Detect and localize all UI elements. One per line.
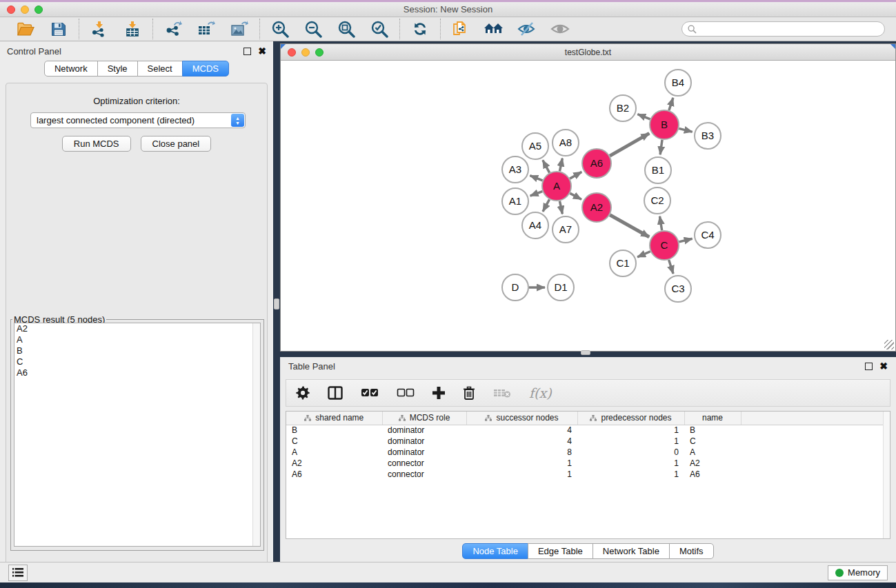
graph-node-A4[interactable]: A4 <box>522 212 548 239</box>
run-mcds-button[interactable]: Run MCDS <box>62 136 131 152</box>
table-cell[interactable]: B <box>684 425 741 436</box>
graph-node-B1[interactable]: B1 <box>645 157 671 183</box>
horizontal-split-handle[interactable] <box>581 350 590 355</box>
import-table-icon[interactable] <box>122 20 143 38</box>
graph-node-A3[interactable]: A3 <box>502 156 528 183</box>
zoom-selected-icon[interactable] <box>369 20 390 38</box>
resize-corner-icon[interactable] <box>281 44 286 49</box>
graph-edge[interactable] <box>679 239 692 242</box>
table-scrollbar[interactable] <box>883 412 890 538</box>
column-header-name[interactable]: name <box>684 412 741 425</box>
open-file-icon[interactable] <box>15 20 36 38</box>
table-row[interactable]: Cdominator41C <box>286 436 884 447</box>
graph-node-C[interactable]: C <box>650 231 679 260</box>
table-cell[interactable]: 1 <box>466 469 577 480</box>
table-cell[interactable]: dominator <box>382 436 466 447</box>
graph-node-C3[interactable]: C3 <box>665 276 691 302</box>
table-cell[interactable]: A <box>684 447 741 458</box>
graph-node-C1[interactable]: C1 <box>610 250 636 276</box>
mcds-result-item[interactable]: A6 <box>14 367 260 378</box>
tab-network[interactable]: Network <box>44 61 98 77</box>
vertical-split-handle[interactable] <box>274 298 279 310</box>
refresh-icon[interactable] <box>410 20 430 38</box>
graph-edge[interactable] <box>637 252 650 257</box>
table-cell[interactable]: C <box>286 436 382 447</box>
search-box[interactable] <box>681 21 885 37</box>
mcds-result-item[interactable]: A2 <box>14 323 260 334</box>
deselect-all-columns-icon[interactable] <box>397 388 415 398</box>
graph-edge[interactable] <box>660 140 662 154</box>
mcds-result-item[interactable]: B <box>14 345 260 356</box>
graph-node-A1[interactable]: A1 <box>502 188 528 214</box>
table-cell[interactable]: dominator <box>382 447 466 458</box>
create-column-plus-icon[interactable] <box>432 387 445 399</box>
float-table-panel-icon[interactable] <box>865 363 873 370</box>
zoom-in-icon[interactable] <box>270 20 290 38</box>
table-cell[interactable]: 4 <box>466 425 577 436</box>
table-row[interactable]: A6connector11A6 <box>286 469 884 480</box>
hide-network-eye-icon[interactable] <box>517 20 537 38</box>
graph-node-B2[interactable]: B2 <box>610 95 636 121</box>
table-row[interactable]: Adominator80A <box>286 447 884 458</box>
graph-edge[interactable] <box>530 176 542 181</box>
table-cell[interactable]: C <box>684 436 741 447</box>
resize-corner-icon[interactable] <box>890 44 895 49</box>
tab-mcds[interactable]: MCDS <box>182 61 229 77</box>
resize-grip-icon[interactable] <box>884 340 894 349</box>
graph-edge[interactable] <box>543 160 550 172</box>
table-cell[interactable]: 1 <box>577 436 684 447</box>
column-header-predecessor-nodes[interactable]: predecessor nodes <box>577 412 684 425</box>
save-session-icon[interactable] <box>48 20 69 38</box>
search-input[interactable] <box>700 24 879 34</box>
column-header-successor-nodes[interactable]: successor nodes <box>466 412 577 425</box>
graph-node-A7[interactable]: A7 <box>552 216 579 243</box>
close-panel-button[interactable]: Close panel <box>141 136 212 152</box>
graph-node-C2[interactable]: C2 <box>644 187 670 214</box>
table-cell[interactable]: B <box>286 425 382 436</box>
network-window-titlebar[interactable]: testGlobe.txt <box>281 44 895 61</box>
table-cell[interactable]: 4 <box>466 436 577 447</box>
graph-node-D[interactable]: D <box>502 274 528 301</box>
close-table-panel-icon[interactable]: ✖ <box>879 363 888 370</box>
column-header-MCDS-role[interactable]: MCDS role <box>382 412 466 425</box>
graph-node-A2[interactable]: A2 <box>582 193 611 222</box>
column-header-shared-name[interactable]: shared name <box>286 412 382 425</box>
table-settings-gear-icon[interactable] <box>296 386 310 400</box>
tab-node-table[interactable]: Node Table <box>462 543 528 559</box>
graph-node-B3[interactable]: B3 <box>695 123 721 149</box>
graph-edge[interactable] <box>570 172 581 179</box>
export-table-icon[interactable] <box>196 20 217 38</box>
graph-node-A6[interactable]: A6 <box>582 149 611 178</box>
table-cell[interactable]: A2 <box>286 458 382 469</box>
delete-column-trash-icon[interactable] <box>463 386 475 400</box>
graph-node-A8[interactable]: A8 <box>552 130 579 156</box>
graph-node-D1[interactable]: D1 <box>548 274 574 301</box>
graph-edge[interactable] <box>570 193 581 199</box>
graph-node-B[interactable]: B <box>650 110 679 139</box>
table-cell[interactable]: 0 <box>577 447 684 458</box>
mcds-result-item[interactable]: C <box>14 356 260 367</box>
show-panels-list-icon[interactable] <box>8 565 28 581</box>
graph-edge[interactable] <box>610 133 649 156</box>
table-row[interactable]: A2connector11A2 <box>286 458 884 469</box>
graph-edge[interactable] <box>530 192 543 196</box>
table-cell[interactable]: connector <box>382 458 466 469</box>
table-cell[interactable]: 1 <box>577 458 684 469</box>
tab-network-table[interactable]: Network Table <box>593 543 670 559</box>
tab-motifs[interactable]: Motifs <box>669 543 714 559</box>
close-panel-icon[interactable]: ✖ <box>258 48 266 55</box>
graph-edge[interactable] <box>679 128 692 132</box>
table-cell[interactable]: A6 <box>286 469 382 480</box>
table-cell[interactable]: 1 <box>577 469 684 480</box>
graph-node-B4[interactable]: B4 <box>665 70 691 96</box>
zoom-out-icon[interactable] <box>303 20 323 38</box>
graph-edge[interactable] <box>559 159 562 172</box>
graph-edge[interactable] <box>637 114 650 119</box>
table-row[interactable]: Bdominator41B <box>286 425 884 436</box>
graph-edge[interactable] <box>559 201 562 214</box>
graph-edge[interactable] <box>610 215 649 237</box>
graph-edge[interactable] <box>543 199 550 211</box>
graph-node-A[interactable]: A <box>542 172 571 201</box>
graph-edge[interactable] <box>669 260 673 274</box>
graph-node-A5[interactable]: A5 <box>522 133 548 159</box>
